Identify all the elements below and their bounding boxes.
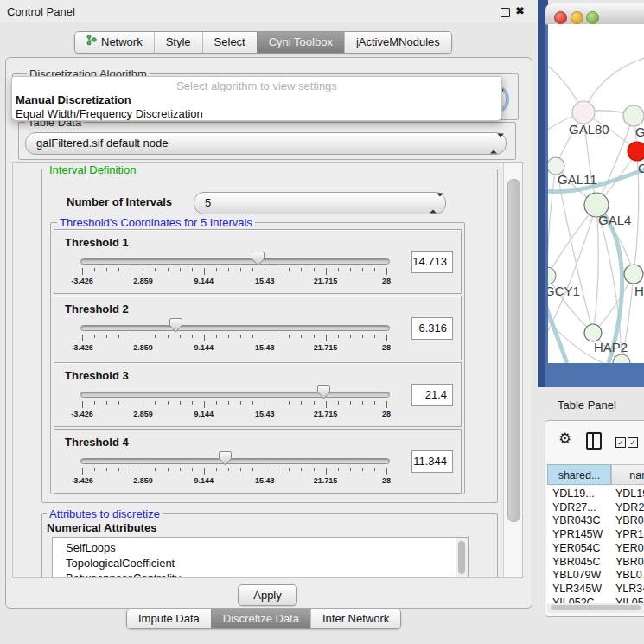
table-cell[interactable]: YDL19... (552, 488, 608, 501)
slider-tick (338, 335, 339, 338)
slider-tick (289, 401, 290, 405)
table-cell[interactable]: YPR145W (615, 528, 644, 542)
attribute-list-item[interactable]: TopologicalCoefficient (66, 557, 175, 570)
tab-discretize-data[interactable]: Discretize Data (211, 609, 310, 628)
threshold-slider-track[interactable] (80, 392, 390, 398)
threshold-title: Threshold 4 (65, 436, 129, 449)
table-cell[interactable]: YBR045C (552, 556, 608, 570)
slider-tick (277, 401, 277, 405)
table-column-header[interactable]: name (611, 464, 644, 485)
algorithm-menu-item[interactable]: Equal Width/Frequency Discretization (16, 107, 203, 120)
table-cell[interactable]: YDR27... (552, 501, 608, 515)
threshold-slider-handle[interactable] (219, 451, 232, 466)
table-cell[interactable]: YER054C (552, 542, 608, 556)
slider-tick (216, 268, 217, 271)
threshold-panel-3: Threshold 3-3.4262.8599.14415.4321.71528… (54, 362, 462, 427)
threshold-slider-handle[interactable] (169, 318, 182, 333)
network-edge[interactable] (548, 205, 596, 276)
table-cell[interactable]: YBL079W (552, 569, 608, 583)
list-scrollbar[interactable] (456, 538, 468, 578)
slider-tick (106, 268, 107, 271)
slider-tick (362, 468, 363, 471)
tab-label: jActiveMNodules (356, 32, 440, 53)
tab-select[interactable]: Select (202, 32, 257, 53)
slider-tick (82, 401, 83, 408)
tab-cyni-toolbox[interactable]: Cyni Toolbox (257, 32, 344, 53)
minimize-traffic-light-icon[interactable] (571, 11, 583, 24)
columns-icon[interactable] (586, 432, 602, 450)
tab-impute-data[interactable]: Impute Data (127, 609, 211, 628)
settings-scrollbar[interactable] (503, 163, 523, 577)
float-window-icon[interactable] (501, 8, 510, 17)
table-data-combobox[interactable]: galFiltered.sif default node (25, 132, 507, 155)
threshold-value-field[interactable]: 11.344 (411, 450, 453, 473)
network-node[interactable] (623, 105, 644, 126)
thresholds-group-label: Threshold's Coordinates for 5 Intervals (57, 216, 255, 229)
settings-scrollbar-thumb[interactable] (507, 179, 520, 522)
threshold-value-field[interactable]: 14.713 (411, 251, 453, 273)
table-cell[interactable]: YBR045C (615, 556, 644, 570)
table-cell[interactable]: YDR27... (615, 501, 644, 515)
number-of-intervals-combobox[interactable]: 5 (194, 192, 446, 214)
network-window-titlebar[interactable] (545, 3, 644, 25)
table-cell[interactable]: YBR043C (552, 514, 608, 528)
checkbox-icon[interactable]: ✓ (628, 437, 638, 448)
slider-tick (362, 268, 363, 271)
tab-jactivemnodules[interactable]: jActiveMNodules (344, 32, 451, 53)
attribute-list-item[interactable]: BetweennessCentrality (66, 571, 181, 578)
table-cell[interactable]: YBR043C (615, 514, 644, 528)
threshold-slider-handle[interactable] (252, 252, 265, 266)
close-traffic-light-icon[interactable] (554, 11, 567, 24)
slider-tick (94, 468, 95, 471)
tab-infer-network[interactable]: Infer Network (310, 609, 400, 628)
slider-scale-label: 21.715 (314, 343, 338, 352)
tab-style[interactable]: Style (154, 32, 202, 53)
slider-tick (301, 401, 302, 405)
zoom-traffic-light-icon[interactable] (586, 11, 599, 24)
network-edge[interactable] (548, 166, 556, 276)
close-icon[interactable]: ✖ (515, 4, 525, 17)
threshold-slider-track[interactable] (80, 258, 390, 265)
network-node[interactable] (624, 265, 643, 284)
network-node-label: GAL80 (569, 122, 609, 137)
table-cell[interactable]: YDL19... (615, 488, 644, 501)
network-node[interactable] (613, 354, 630, 363)
threshold-value-field[interactable]: 21.4 (411, 384, 453, 406)
apply-button[interactable]: Apply (238, 584, 297, 606)
attributes-group-label: Attributes to discretize (47, 507, 163, 520)
slider-scale-label: 21.715 (314, 277, 338, 285)
list-scrollbar-thumb[interactable] (458, 541, 465, 574)
table-hscrollbar-thumb[interactable] (551, 605, 641, 610)
table-hscrollbar[interactable] (547, 603, 644, 613)
threshold-slider-track[interactable] (80, 325, 390, 331)
slider-tick (143, 268, 143, 275)
network-node[interactable] (628, 142, 644, 161)
tab-network[interactable]: Network (75, 32, 154, 53)
threshold-slider-track[interactable] (80, 458, 390, 464)
algorithm-menu-item[interactable]: Manual Discretization (16, 93, 131, 106)
attribute-list-item[interactable]: SelfLoops (66, 541, 116, 554)
table-cell[interactable]: YLR345W (615, 583, 644, 596)
threshold-slider-handle[interactable] (317, 385, 330, 399)
table-cell[interactable]: YLR345W (552, 583, 608, 596)
panel-title: Control Panel (7, 5, 75, 18)
slider-tick (192, 468, 193, 471)
slider-tick (277, 468, 277, 471)
network-canvas[interactable]: GAL80GACGAL11GAL4GCY1HHAP2 (548, 24, 644, 363)
table-cell[interactable]: YER054C (615, 542, 644, 556)
slider-scale-label: 21.715 (314, 410, 338, 418)
checkbox-icon[interactable]: ✓ (615, 437, 626, 448)
table-cell[interactable]: YBL079W (615, 569, 644, 583)
table-column-header[interactable]: shared... (547, 464, 611, 485)
network-node-HAP2[interactable] (584, 324, 602, 341)
slider-scale-label: 2.859 (133, 476, 153, 485)
threshold-panel-2: Threshold 2-3.4262.8599.14415.4321.71528… (54, 296, 462, 360)
table-cell[interactable]: YPR145W (552, 528, 608, 542)
numerical-attributes-list[interactable]: SelfLoopsTopologicalCoefficientBetweenne… (52, 537, 469, 578)
slider-tick (289, 335, 290, 338)
threshold-value-field[interactable]: 6.316 (411, 317, 453, 340)
network-node-GCY1[interactable] (548, 267, 556, 284)
gear-icon[interactable]: ⚙ (558, 430, 571, 448)
network-node-GAL80[interactable] (572, 101, 595, 124)
network-edge[interactable] (583, 57, 644, 112)
